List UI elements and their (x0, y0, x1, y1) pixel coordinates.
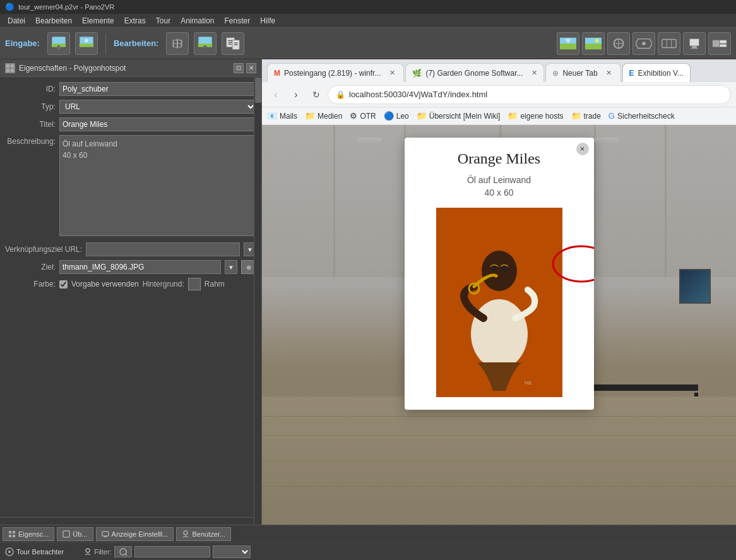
url-input[interactable] (86, 242, 240, 256)
person-icon (84, 548, 92, 556)
eingabe-btn-1[interactable] (47, 32, 70, 55)
tab-newtab-close[interactable]: ✕ (604, 68, 614, 78)
bookmark-sicherheit[interactable]: G Sicherheitscheck (608, 111, 675, 121)
beschreibung-content[interactable]: Öl auf Leinwand 40 x 60 (59, 135, 256, 236)
bookmark-eigene-hosts-label: eigene hosts (520, 112, 563, 121)
filter-text-input[interactable] (134, 546, 210, 557)
bookmark-wiki-label: Übersicht [Mein Wiki] (429, 112, 501, 121)
svg-rect-45 (6, 69, 9, 72)
eingabe-btn-2[interactable] (75, 32, 98, 55)
toolbar-icon-4[interactable] (632, 32, 655, 55)
tab-gnome-close[interactable]: ✕ (530, 68, 540, 78)
toolbar-icon-5[interactable] (658, 32, 680, 55)
hintergrund-color-swatch[interactable] (188, 278, 201, 290)
bookmark-otr[interactable]: ⚙ OTR (350, 111, 376, 121)
svg-point-52 (501, 265, 507, 271)
bookmark-otr-label: OTR (360, 112, 376, 121)
svg-rect-41 (720, 40, 727, 44)
svg-rect-66 (104, 536, 107, 537)
bookmark-leo[interactable]: 🔵 Leo (384, 111, 409, 121)
toolbar-icon-7[interactable] (708, 32, 731, 55)
menu-datei[interactable]: Datei (3, 15, 30, 27)
bookmark-medien-label: Medien (318, 112, 342, 121)
beschreibung-label: Beschreibung: (5, 135, 56, 146)
main-toolbar: Eingabe: Bearbeiten: (0, 28, 736, 59)
bookmark-eigene-hosts[interactable]: 📁 eigene hosts (507, 111, 563, 121)
filter-icon-input[interactable] (114, 546, 132, 557)
ziel-dropdown-btn[interactable]: ▼ (225, 260, 237, 274)
bookmark-wiki[interactable]: 📁 Übersicht [Mein Wiki] (417, 111, 501, 121)
vorgabe-checkbox[interactable] (59, 280, 68, 289)
menu-extras[interactable]: Extras (119, 15, 151, 27)
filter-select[interactable] (213, 545, 251, 558)
id-input[interactable] (59, 82, 256, 96)
google-icon: G (608, 111, 615, 121)
eingabe-label: Eingabe: (5, 39, 40, 48)
menu-bar: Datei Bearbeiten Elemente Extras Tour An… (0, 14, 736, 28)
farbe-label: Farbe: (5, 280, 56, 289)
refresh-button[interactable]: ↻ (307, 86, 325, 104)
menu-elemente[interactable]: Elemente (77, 15, 119, 27)
toolbar-icon-3[interactable] (607, 32, 630, 55)
menu-hilfe[interactable]: Hilfe (255, 15, 280, 27)
tab-gnome-label: (7) Garden Gnome Softwar... (425, 69, 523, 78)
menu-bearbeiten[interactable]: Bearbeiten (30, 15, 77, 27)
vertical-scrollbar[interactable] (254, 77, 261, 525)
bearbeiten-btn-2[interactable] (194, 32, 217, 55)
id-row: ID: (5, 82, 256, 96)
tab-gmail[interactable]: M Posteingang (2.819) - winfr... ✕ (267, 63, 404, 82)
panel-btn-ub[interactable]: Üb... (57, 527, 93, 541)
toolbar-icon-2[interactable] (582, 32, 605, 55)
gmail-favicon-icon: M (274, 69, 280, 78)
toolbar-icon-1[interactable] (557, 32, 579, 55)
panel-btn-anzeige[interactable]: Anzeige Einstelll... (96, 527, 174, 541)
typ-select[interactable]: URL Bild Video (59, 100, 256, 114)
bookmark-medien[interactable]: 📁 Medien (305, 111, 342, 121)
titel-input[interactable] (59, 117, 256, 131)
tab-newtab[interactable]: ⊕ Neuer Tab ✕ (545, 63, 620, 82)
svg-rect-62 (9, 535, 11, 537)
bearbeiten-btn-1[interactable] (166, 32, 189, 55)
tab-exhibition[interactable]: E Exhibition V... (622, 63, 691, 82)
medien-icon: 📁 (305, 111, 315, 121)
id-label: ID: (5, 85, 56, 93)
svg-rect-5 (80, 44, 93, 47)
panel-btn-benutzer[interactable]: Benutzer... (176, 527, 231, 541)
menu-fenster[interactable]: Fenster (220, 15, 256, 27)
main-layout: Eigenschaften - Polygonhotspot ⊡ ✕ ID: T… (0, 59, 736, 525)
bookmarks-bar: 📧 Mails 📁 Medien ⚙ OTR 🔵 Leo 📁 Übe (262, 107, 736, 125)
horizontal-scroll[interactable] (0, 517, 261, 525)
svg-point-28 (595, 39, 599, 42)
titel-row: Titel: (5, 117, 256, 131)
toolbar-sep-1 (105, 33, 106, 54)
bearbeiten-btn-3[interactable] (222, 32, 244, 55)
tour-viewer-button[interactable]: Tour Betrachter (5, 547, 64, 556)
address-input[interactable] (349, 90, 723, 99)
title-bar: 🔵 tour_werner04.p2vr - Pano2VR (0, 0, 736, 14)
panel-btn-eigensch[interactable]: Eigensc... (3, 527, 54, 541)
forward-button[interactable]: › (287, 86, 305, 104)
panel-btn-benutzer-label: Benutzer... (192, 530, 225, 538)
menu-animation[interactable]: Animation (175, 15, 219, 27)
bearbeiten-label: Bearbeiten: (114, 39, 159, 48)
bookmark-mails[interactable]: 📧 Mails (267, 111, 297, 121)
svg-point-51 (491, 265, 497, 271)
toolbar-icon-6[interactable] (683, 32, 706, 55)
svg-point-49 (482, 251, 517, 291)
tab-gmail-close[interactable]: ✕ (387, 68, 397, 78)
tab-gnome[interactable]: 🌿 (7) Garden Gnome Softwar... ✕ (405, 63, 544, 82)
right-panel: M Posteingang (2.819) - winfr... ✕ 🌿 (7)… (262, 59, 736, 525)
lock-icon: 🔒 (336, 90, 345, 99)
ziel-input[interactable] (59, 260, 221, 274)
properties-close-btn[interactable]: ✕ (246, 63, 256, 73)
tab-gmail-label: Posteingang (2.819) - winfr... (284, 69, 381, 78)
menu-tour[interactable]: Tour (151, 15, 175, 27)
eigene-hosts-icon: 📁 (507, 111, 518, 121)
modal-title: Orange Miles (417, 150, 581, 167)
browser-content: × Orange Miles Öl auf Leinwand 40 x 60 (262, 125, 736, 525)
svg-rect-63 (13, 535, 15, 537)
bookmark-leo-label: Leo (396, 112, 409, 121)
properties-float-btn[interactable]: ⊡ (234, 63, 244, 73)
back-button[interactable]: ‹ (267, 86, 285, 104)
bookmark-trade[interactable]: 📁 trade (571, 111, 601, 121)
